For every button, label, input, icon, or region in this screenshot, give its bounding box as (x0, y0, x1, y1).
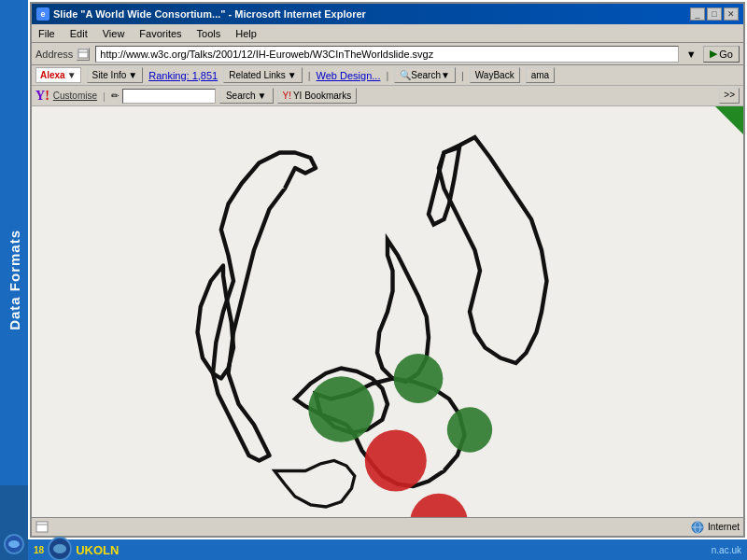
ranking-link[interactable]: Ranking: 1,851 (148, 70, 218, 81)
yahoo-toolbar: Y! Customise | ✏ Search ▼ Y! YI Bookmark… (32, 86, 743, 106)
uk-domain: n.ac.uk (712, 545, 741, 555)
menu-help[interactable]: Help (233, 27, 260, 40)
internet-icon (690, 521, 705, 534)
amazon-button[interactable]: ama (526, 67, 555, 83)
ukoln-bottom-logo (48, 537, 72, 560)
customise-area: Customise (53, 91, 97, 101)
title-bar-left: e Slide "A World Wide Consortium..." - M… (36, 7, 366, 21)
zone-label: Internet (708, 522, 740, 532)
alexa-search-button[interactable]: 🔍 Search ▼ (394, 67, 456, 83)
security-zone: Internet (690, 521, 740, 534)
alexa-button[interactable]: Alexa ▼ (35, 67, 81, 83)
menu-edit[interactable]: Edit (67, 27, 91, 40)
site-info-button[interactable]: Site Info ▼ (87, 67, 144, 83)
ukoln-label: UKOLN (76, 543, 119, 557)
address-dropdown[interactable]: ▼ (683, 49, 699, 60)
svg-rect-9 (36, 522, 48, 532)
sidebar: Data Formats (0, 0, 28, 560)
ie-window: e Slide "A World Wide Consortium..." - M… (30, 2, 745, 538)
go-button[interactable]: ▶ Go (703, 46, 740, 63)
svg-point-4 (308, 376, 374, 441)
status-bar: Internet (32, 517, 743, 536)
ukoln-eye-icon (53, 544, 66, 553)
menu-favorites[interactable]: Favorites (136, 27, 184, 40)
europe-map-svg (32, 106, 743, 517)
wayback-button[interactable]: WayBack (470, 67, 520, 83)
maximize-button[interactable]: □ (707, 7, 722, 21)
svg-point-5 (394, 354, 444, 403)
bookmarks-button[interactable]: Y! YI Bookmarks (277, 88, 358, 104)
address-bar: Address ▼ ▶ Go (32, 43, 743, 65)
menu-bar: File Edit View Favorites Tools Help (32, 24, 743, 43)
browser-content (32, 106, 743, 517)
sidebar-label: Data Formats (7, 230, 22, 330)
title-bar: e Slide "A World Wide Consortium..." - M… (32, 4, 743, 24)
svg-point-6 (447, 407, 492, 452)
more-button[interactable]: >> (719, 88, 740, 104)
page-number: 18 (34, 545, 44, 555)
logo-eye-icon (8, 540, 20, 548)
page-icon (35, 521, 49, 534)
close-button[interactable]: ✕ (724, 7, 739, 21)
svg-point-7 (365, 430, 427, 492)
menu-tools[interactable]: Tools (194, 27, 224, 40)
alexa-toolbar: Alexa ▼ Site Info ▼ Ranking: 1,851 Relat… (32, 65, 743, 86)
related-links-button[interactable]: Related Links ▼ (223, 67, 303, 83)
menu-view[interactable]: View (100, 27, 128, 40)
window-title: Slide "A World Wide Consortium..." - Mic… (53, 8, 366, 20)
menu-file[interactable]: File (35, 27, 58, 40)
address-label: Address (35, 49, 73, 60)
customise-link[interactable]: Customise (53, 91, 97, 101)
bottom-bar: 18 UKOLN n.ac.uk (28, 539, 747, 560)
yahoo-search-input[interactable] (122, 89, 216, 104)
yahoo-logo: Y! (35, 89, 49, 104)
main-area: e Slide "A World Wide Consortium..." - M… (28, 0, 747, 560)
yahoo-search-button[interactable]: Search ▼ (219, 88, 274, 104)
address-input[interactable] (95, 46, 679, 63)
address-icon (77, 48, 90, 61)
web-design-link[interactable]: Web Design... (317, 70, 381, 81)
ie-icon: e (36, 7, 49, 21)
ukoln-logo (4, 534, 24, 554)
logo-area (0, 485, 28, 560)
minimize-button[interactable]: _ (690, 7, 705, 21)
svg-rect-0 (78, 49, 88, 58)
window-controls: _ □ ✕ (690, 7, 739, 21)
pencil-icon[interactable]: ✏ (111, 91, 119, 101)
